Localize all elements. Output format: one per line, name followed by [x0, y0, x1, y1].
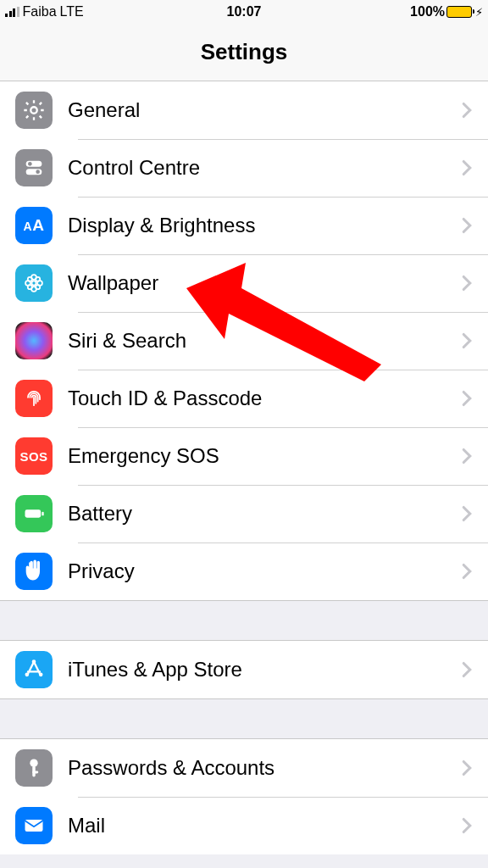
toggle-icon: [15, 149, 53, 186]
row-wallpaper[interactable]: Wallpaper: [0, 254, 488, 312]
signal-icon: [5, 7, 19, 17]
status-left: Faiba LTE: [5, 4, 227, 19]
row-touch-id-passcode[interactable]: Touch ID & Passcode: [0, 370, 488, 427]
row-control-centre[interactable]: Control Centre: [0, 139, 488, 197]
section-separator: [0, 600, 488, 641]
row-battery[interactable]: Battery: [0, 485, 488, 542]
svg-rect-22: [25, 820, 43, 832]
row-label: Passwords & Accounts: [68, 756, 461, 780]
battery-icon: [15, 495, 53, 532]
svg-rect-14: [25, 509, 42, 517]
siri-icon: [15, 322, 53, 359]
svg-rect-21: [32, 771, 38, 774]
row-emergency-sos[interactable]: SOS Emergency SOS: [0, 427, 488, 485]
svg-point-10: [28, 277, 32, 281]
row-siri-search[interactable]: Siri & Search: [0, 312, 488, 370]
row-privacy[interactable]: Privacy: [0, 542, 488, 600]
svg-point-17: [26, 674, 28, 676]
svg-point-18: [40, 674, 42, 676]
chevron-right-icon: [461, 661, 473, 678]
row-display-brightness[interactable]: AA Display & Brightness: [0, 197, 488, 254]
hand-icon: [15, 553, 53, 590]
svg-point-16: [33, 661, 35, 663]
row-label: Emergency SOS: [68, 444, 461, 468]
settings-section-1: General Control Centre AA Display & Brig…: [0, 81, 488, 600]
key-icon: [15, 749, 53, 787]
row-label: General: [68, 98, 461, 122]
row-itunes-app-store[interactable]: iTunes & App Store: [0, 641, 488, 698]
svg-point-5: [31, 281, 36, 285]
row-label: Battery: [68, 502, 461, 526]
row-label: Touch ID & Passcode: [68, 387, 461, 410]
page-title: Settings: [201, 39, 288, 65]
row-label: Control Centre: [68, 156, 461, 180]
chevron-right-icon: [461, 817, 473, 834]
chevron-right-icon: [461, 390, 473, 407]
row-mail[interactable]: Mail: [0, 797, 488, 854]
settings-section-2: iTunes & App Store: [0, 641, 488, 698]
app-store-icon: [15, 651, 53, 688]
svg-point-4: [36, 170, 40, 174]
section-separator: [0, 698, 488, 739]
text-size-icon: AA: [15, 207, 53, 244]
svg-point-2: [28, 162, 32, 166]
gear-icon: [15, 92, 53, 129]
chevron-right-icon: [461, 448, 473, 465]
carrier-label: Faiba: [23, 4, 57, 19]
row-label: Siri & Search: [68, 329, 461, 353]
clock: 10:07: [227, 4, 262, 19]
chevron-right-icon: [461, 275, 473, 292]
chevron-right-icon: [461, 102, 473, 119]
sos-icon: SOS: [15, 437, 53, 475]
row-label: iTunes & App Store: [68, 658, 461, 682]
svg-point-11: [36, 277, 40, 281]
row-label: Wallpaper: [68, 271, 461, 295]
row-label: Privacy: [68, 559, 461, 583]
settings-section-3: Passwords & Accounts Mail: [0, 739, 488, 854]
svg-point-0: [30, 107, 36, 113]
svg-point-13: [36, 285, 40, 289]
chevron-right-icon: [461, 159, 473, 176]
chevron-right-icon: [461, 217, 473, 234]
row-label: Display & Brightness: [68, 214, 461, 237]
flower-icon: [15, 264, 53, 302]
row-label: Mail: [68, 814, 461, 837]
network-label: LTE: [60, 4, 84, 19]
chevron-right-icon: [461, 760, 473, 776]
chevron-right-icon: [461, 332, 473, 349]
chevron-right-icon: [461, 505, 473, 522]
battery-icon: [446, 6, 472, 18]
row-general[interactable]: General: [0, 81, 488, 139]
navbar: Settings: [0, 24, 488, 81]
chevron-right-icon: [461, 563, 473, 580]
svg-rect-15: [42, 512, 43, 516]
status-right: 100% ⚡︎: [261, 4, 483, 19]
charging-icon: ⚡︎: [475, 6, 483, 19]
mail-icon: [15, 807, 53, 844]
svg-point-12: [28, 285, 32, 289]
row-passwords-accounts[interactable]: Passwords & Accounts: [0, 739, 488, 797]
status-bar: Faiba LTE 10:07 100% ⚡︎: [0, 0, 488, 24]
battery-percent: 100%: [410, 4, 445, 19]
fingerprint-icon: [15, 380, 53, 417]
svg-point-19: [30, 760, 37, 767]
